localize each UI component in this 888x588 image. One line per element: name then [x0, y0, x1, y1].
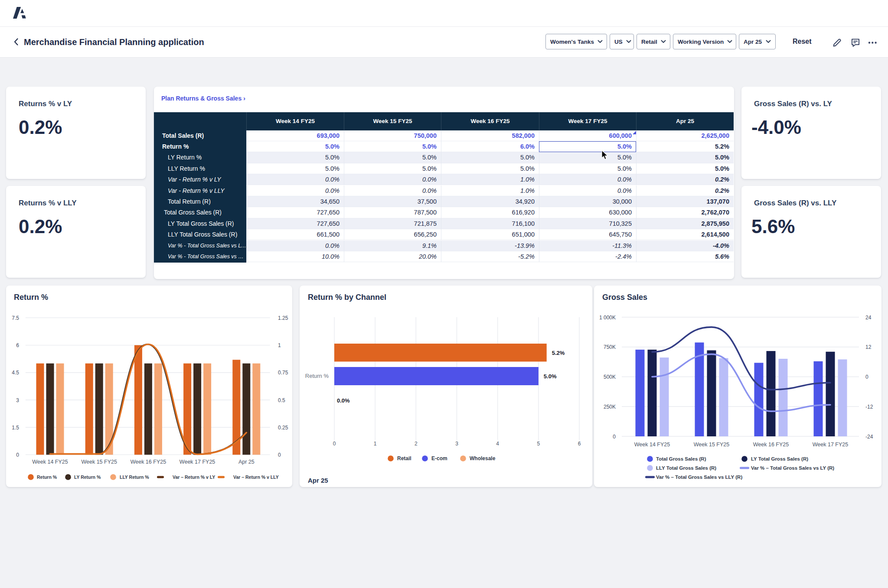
svg-text:LY Return %: LY Return %	[74, 474, 101, 480]
svg-text:6: 6	[16, 342, 19, 348]
svg-text:Return %: Return %	[305, 373, 329, 379]
svg-text:Return %: Return %	[14, 293, 48, 302]
svg-text:1.25: 1.25	[278, 315, 288, 321]
svg-text:Week 17 FY25: Week 17 FY25	[813, 442, 849, 448]
svg-text:1: 1	[278, 342, 281, 348]
svg-text:12: 12	[865, 344, 872, 350]
svg-text:24: 24	[865, 315, 872, 321]
svg-text:0.25: 0.25	[278, 425, 288, 431]
svg-text:Var % – Total Gross Sales vs L: Var % – Total Gross Sales vs LY (R)	[751, 465, 834, 471]
svg-text:Total Gross Sales (R): Total Gross Sales (R)	[656, 456, 706, 461]
svg-text:Apr 25: Apr 25	[308, 477, 328, 484]
svg-text:0.5: 0.5	[278, 397, 285, 403]
svg-text:Var – Return % v LLY: Var – Return % v LLY	[233, 474, 279, 480]
svg-text:3: 3	[455, 441, 458, 447]
svg-text:6: 6	[578, 441, 581, 447]
svg-text:4.5: 4.5	[12, 370, 19, 376]
svg-text:0: 0	[613, 434, 616, 440]
svg-text:0: 0	[333, 441, 336, 447]
svg-text:5: 5	[537, 441, 540, 447]
svg-text:Week 17 FY25: Week 17 FY25	[180, 459, 215, 465]
svg-text:Return % by Channel: Return % by Channel	[308, 293, 386, 302]
svg-text:E-com: E-com	[431, 455, 447, 461]
svg-text:Retail: Retail	[397, 455, 411, 461]
svg-text:Var – Return % v LY: Var – Return % v LY	[173, 474, 215, 480]
svg-text:750K: 750K	[604, 344, 616, 350]
svg-text:5.2%: 5.2%	[552, 350, 565, 356]
svg-text:1.5: 1.5	[12, 425, 19, 431]
svg-text:LY Total Gross Sales (R): LY Total Gross Sales (R)	[751, 456, 808, 461]
svg-text:0: 0	[278, 452, 281, 458]
svg-text:0: 0	[865, 374, 868, 380]
svg-text:Apr 25: Apr 25	[238, 459, 255, 465]
svg-text:-24: -24	[865, 434, 873, 440]
svg-text:4: 4	[496, 441, 499, 447]
svg-text:Week 15 FY25: Week 15 FY25	[81, 459, 117, 465]
svg-text:0: 0	[16, 452, 19, 458]
svg-text:500K: 500K	[604, 374, 616, 380]
svg-text:Return %: Return %	[37, 474, 57, 480]
svg-text:-12: -12	[865, 404, 873, 410]
svg-text:LLY Return %: LLY Return %	[120, 474, 149, 480]
svg-text:3: 3	[16, 397, 19, 403]
svg-text:0.0%: 0.0%	[337, 397, 350, 404]
svg-text:LLY Total Gross Sales (R): LLY Total Gross Sales (R)	[656, 465, 716, 471]
svg-text:Week 14 FY25: Week 14 FY25	[634, 442, 670, 448]
svg-text:Var % – Total Gross Sales vs L: Var % – Total Gross Sales vs LLY (R)	[656, 474, 742, 480]
svg-text:Wholesale: Wholesale	[470, 455, 496, 461]
svg-text:Week 14 FY25: Week 14 FY25	[32, 459, 68, 465]
svg-text:1 000K: 1 000K	[599, 315, 616, 321]
svg-text:250K: 250K	[604, 404, 616, 410]
svg-text:2: 2	[415, 441, 418, 447]
svg-text:1: 1	[374, 441, 377, 447]
svg-text:0.75: 0.75	[278, 370, 288, 376]
svg-text:Gross Sales: Gross Sales	[602, 293, 647, 302]
svg-text:5.0%: 5.0%	[544, 373, 557, 380]
svg-text:Week 15 FY25: Week 15 FY25	[694, 442, 730, 448]
svg-text:7.5: 7.5	[12, 315, 19, 321]
svg-text:Week 16 FY25: Week 16 FY25	[753, 442, 789, 448]
svg-text:Week 16 FY25: Week 16 FY25	[131, 459, 166, 465]
